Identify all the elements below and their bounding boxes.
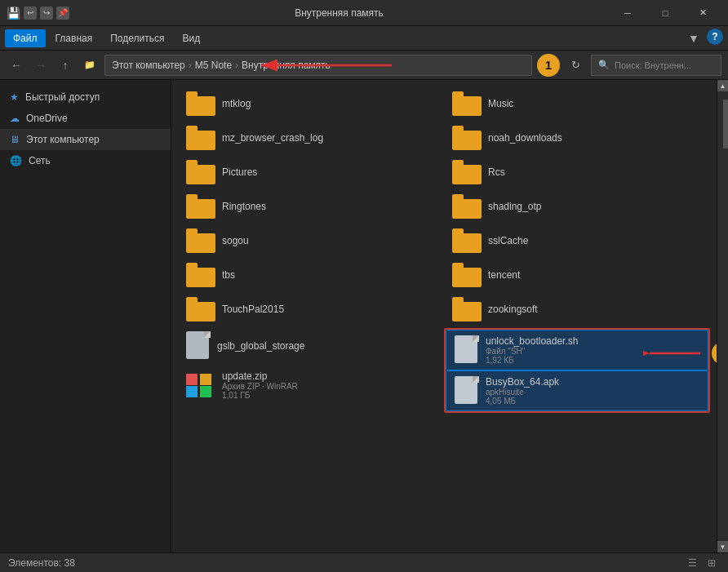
cloud-icon: ☁ xyxy=(10,113,20,124)
file-name: sslCache xyxy=(488,235,528,246)
list-item[interactable]: shading_otp xyxy=(444,189,710,224)
folder-icon xyxy=(452,126,482,150)
star-icon: ★ xyxy=(10,91,19,103)
folder-icon xyxy=(186,297,215,321)
scroll-up[interactable]: ▲ xyxy=(717,80,729,91)
file-name: tbs xyxy=(222,269,235,281)
list-item[interactable]: update.zip Архив ZIP · WinRAR 1,01 ГБ xyxy=(178,366,444,405)
search-box[interactable]: 🔍 Поиск: Внутренн... xyxy=(591,55,721,76)
doc-icon xyxy=(455,335,479,365)
forward-button: → xyxy=(31,55,51,75)
refresh-button[interactable]: ↻ xyxy=(565,55,586,76)
title-bar: 💾 ↩ ↪ 📌 Внутренняя память ─ □ ✕ xyxy=(0,0,728,26)
list-item[interactable]: tbs xyxy=(178,258,444,292)
help-btn[interactable]: ? xyxy=(707,29,723,45)
list-item[interactable]: sogou xyxy=(178,224,444,258)
folder-icon xyxy=(452,228,482,253)
folder-icon xyxy=(452,194,482,219)
list-item[interactable]: tencent xyxy=(444,258,710,292)
folder-icon xyxy=(186,194,215,219)
back-button[interactable]: ← xyxy=(7,55,26,75)
folder-icon xyxy=(452,297,482,321)
breadcrumb-m5note[interactable]: M5 Note xyxy=(195,60,232,71)
folder-icon xyxy=(186,126,215,150)
file-name: shading_otp xyxy=(488,201,541,212)
file-name: tencent xyxy=(488,269,520,281)
list-item[interactable]: zookingsoft xyxy=(444,292,710,326)
redo-btn[interactable]: ↪ xyxy=(40,7,53,20)
search-placeholder: Поиск: Внутренн... xyxy=(615,60,691,70)
menu-home[interactable]: Главная xyxy=(47,29,101,47)
breadcrumb-memory[interactable]: Внутренняя память xyxy=(242,60,331,71)
sidebar: ★ Быстрый доступ ☁ OneDrive 🖥 Этот компь… xyxy=(0,80,171,552)
undo-btn[interactable]: ↩ xyxy=(24,7,37,20)
list-item[interactable]: mtklog xyxy=(178,86,444,121)
scroll-down[interactable]: ▼ xyxy=(717,541,729,552)
title-bar-title: Внутренняя память xyxy=(74,7,604,19)
file-name: Ringtones xyxy=(222,201,266,212)
file-name: BusyBox_64.apk xyxy=(486,376,559,388)
close-button[interactable]: ✕ xyxy=(684,0,721,26)
list-item[interactable]: Pictures xyxy=(178,155,444,189)
title-bar-controls-left: 💾 ↩ ↪ 📌 xyxy=(7,7,69,20)
menu-file[interactable]: Файл xyxy=(5,29,46,47)
sidebar-item-network[interactable]: 🌐 Сеть xyxy=(0,150,171,171)
view-controls: ☰ ⊞ xyxy=(684,555,720,571)
folder-icon xyxy=(186,160,215,184)
up-button[interactable]: ↑ xyxy=(55,55,75,75)
list-item[interactable]: TouchPal2015 xyxy=(178,292,444,326)
folder-icon xyxy=(452,91,482,116)
list-item[interactable]: Ringtones xyxy=(178,189,444,224)
file-name: mz_browser_crash_log xyxy=(222,132,323,144)
file-meta: apkHisuite xyxy=(486,388,559,397)
sidebar-item-quickaccess[interactable]: ★ Быстрый доступ xyxy=(0,86,171,108)
folder-icon xyxy=(186,228,215,253)
annotation-arrow-2 xyxy=(643,341,708,366)
list-item[interactable]: mz_browser_crash_log xyxy=(178,121,444,155)
file-name: gslb_global_storage xyxy=(217,340,304,352)
grid-view-button[interactable]: ⊞ xyxy=(704,555,720,571)
toolbar-bar: ← → ↑ 📁 Этот компьютер › M5 Note › Внутр… xyxy=(0,51,728,80)
file-name: zookingsoft xyxy=(488,304,538,315)
right-column: Music noah_downloads Rcs xyxy=(444,86,710,415)
file-area[interactable]: mtklog mz_browser_crash_log Pictures xyxy=(171,80,717,552)
sidebar-item-thispc[interactable]: 🖥 Этот компьютер xyxy=(0,129,171,150)
menu-bar: Файл Главная Поделиться Вид ▼ ? xyxy=(0,26,728,51)
minimize-button[interactable]: ─ xyxy=(609,0,646,26)
folder-icon xyxy=(186,91,215,116)
menu-view[interactable]: Вид xyxy=(174,29,208,47)
maximize-button[interactable]: □ xyxy=(646,0,684,26)
scroll-thumb[interactable] xyxy=(723,100,729,149)
window-controls: ─ □ ✕ xyxy=(609,0,721,26)
list-item[interactable]: Rcs xyxy=(444,155,710,189)
file-name: Music xyxy=(488,98,513,109)
list-item[interactable]: noah_downloads xyxy=(444,121,710,155)
address-bar[interactable]: Этот компьютер › M5 Note › Внутренняя па… xyxy=(104,55,532,76)
file-name: Pictures xyxy=(222,166,257,178)
folder-icon xyxy=(452,160,482,184)
scrollbar[interactable]: ▲ ▼ xyxy=(717,80,728,552)
list-view-button[interactable]: ☰ xyxy=(684,555,700,571)
sidebar-item-onedrive[interactable]: ☁ OneDrive xyxy=(0,108,171,129)
file-meta: Архив ZIP · WinRAR xyxy=(222,382,298,391)
list-item[interactable]: Music xyxy=(444,86,710,121)
file-meta: Файл "SH" xyxy=(486,347,578,356)
main-area: ★ Быстрый доступ ☁ OneDrive 🖥 Этот компь… xyxy=(0,80,728,552)
file-name: sogou xyxy=(222,235,249,246)
list-item[interactable]: sslCache xyxy=(444,224,710,258)
annotation-2: 2 xyxy=(643,341,717,366)
sidebar-label-thispc: Этот компьютер xyxy=(26,134,100,145)
list-item[interactable]: gslb_global_storage xyxy=(178,326,444,366)
file-name: TouchPal2015 xyxy=(222,304,284,315)
file-name: update.zip xyxy=(222,370,298,382)
file-name: mtklog xyxy=(222,98,251,109)
pin-btn[interactable]: 📌 xyxy=(56,7,69,20)
breadcrumb: Этот компьютер › M5 Note › Внутренняя па… xyxy=(112,60,331,71)
expand-btn[interactable]: ▼ xyxy=(684,29,704,48)
folder-icon xyxy=(186,263,215,287)
breadcrumb-computer[interactable]: Этот компьютер xyxy=(112,60,185,71)
menu-share[interactable]: Поделиться xyxy=(102,29,172,47)
file-name: unlock_bootloader.sh xyxy=(486,335,578,347)
file-name: Rcs xyxy=(488,166,505,178)
list-item[interactable]: BusyBox_64.apk apkHisuite 4,05 МБ xyxy=(446,370,708,411)
